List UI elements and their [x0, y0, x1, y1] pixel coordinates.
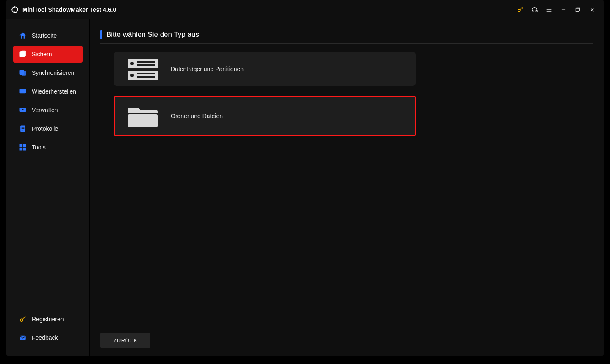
svg-rect-12 [21, 51, 26, 56]
svg-rect-31 [137, 61, 155, 63]
svg-rect-25 [20, 148, 23, 151]
back-button[interactable]: ZURÜCK [100, 333, 150, 348]
page-title: Bitte wählen Sie den Typ aus [100, 30, 593, 44]
svg-point-30 [130, 62, 134, 65]
svg-point-34 [130, 74, 134, 77]
sidebar-item-wiederherstellen[interactable]: Wiederherstellen [13, 83, 83, 100]
sync-icon [18, 68, 28, 77]
titlebar-key-icon[interactable] [513, 3, 527, 16]
restore-icon [18, 87, 28, 96]
svg-rect-8 [576, 8, 579, 12]
option-disks-partitions[interactable]: Datenträger und Partitionen [114, 52, 416, 86]
svg-point-0 [518, 9, 520, 11]
sidebar-item-verwalten[interactable]: Verwalten [13, 102, 83, 119]
logs-icon [18, 124, 28, 133]
titlebar: MiniTool ShadowMaker Test 4.6.0 [6, 0, 604, 19]
window-close-icon[interactable] [585, 3, 599, 16]
main-content: Bitte wählen Sie den Typ aus [90, 19, 604, 356]
sidebar-item-label: Startseite [32, 32, 57, 39]
page-title-text: Bitte wählen Sie den Typ aus [106, 30, 199, 39]
sidebar-item-label: Synchronisieren [32, 69, 74, 76]
home-icon [18, 31, 28, 40]
sidebar-item-synchronisieren[interactable]: Synchronisieren [13, 64, 83, 81]
titlebar-menu-icon[interactable] [542, 3, 556, 16]
folder-icon [126, 103, 160, 129]
sidebar-item-label: Tools [32, 144, 46, 151]
svg-point-27 [20, 319, 23, 321]
app-logo-icon [11, 6, 19, 14]
disks-icon [126, 56, 160, 82]
sidebar-item-label: Wiederherstellen [32, 88, 76, 95]
svg-rect-1 [532, 10, 533, 12]
sidebar-register[interactable]: Registrieren [13, 311, 83, 328]
option-label: Ordner und Dateien [171, 113, 223, 119]
tools-icon [18, 143, 28, 152]
sidebar-item-tools[interactable]: Tools [13, 139, 83, 156]
svg-rect-16 [22, 94, 24, 94]
svg-rect-14 [22, 71, 26, 76]
option-folders-files[interactable]: Ordner und Dateien [114, 96, 416, 136]
sidebar-item-label: Verwalten [32, 107, 58, 113]
svg-rect-32 [137, 64, 155, 66]
backup-icon [18, 50, 28, 59]
svg-rect-36 [137, 76, 155, 78]
sidebar-item-label: Protokolle [32, 125, 58, 132]
svg-rect-2 [536, 10, 537, 12]
key-icon [18, 314, 28, 324]
sidebar-feedback-label: Feedback [32, 334, 58, 341]
sidebar: Startseite Sichern Synchronisieren [6, 19, 90, 356]
sidebar-item-sichern[interactable]: Sichern [13, 46, 83, 63]
option-label: Datenträger und Partitionen [171, 66, 244, 72]
app-title: MiniTool ShadowMaker Test 4.6.0 [22, 6, 116, 13]
svg-rect-15 [20, 89, 26, 93]
window-minimize-icon[interactable] [556, 3, 571, 16]
sidebar-item-startseite[interactable]: Startseite [13, 27, 83, 44]
sidebar-item-protokolle[interactable]: Protokolle [13, 120, 83, 137]
svg-rect-35 [137, 73, 155, 74]
manage-icon [18, 105, 28, 115]
svg-rect-26 [23, 148, 26, 151]
svg-rect-37 [128, 114, 158, 127]
svg-rect-23 [20, 144, 23, 147]
sidebar-register-label: Registrieren [32, 316, 64, 323]
titlebar-headset-icon[interactable] [527, 3, 542, 16]
sidebar-feedback[interactable]: Feedback [13, 329, 83, 346]
svg-rect-24 [23, 144, 26, 147]
mail-icon [18, 333, 28, 342]
back-button-label: ZURÜCK [113, 337, 137, 344]
sidebar-item-label: Sichern [32, 51, 52, 58]
svg-point-18 [22, 109, 23, 110]
window-maximize-icon[interactable] [571, 3, 585, 16]
